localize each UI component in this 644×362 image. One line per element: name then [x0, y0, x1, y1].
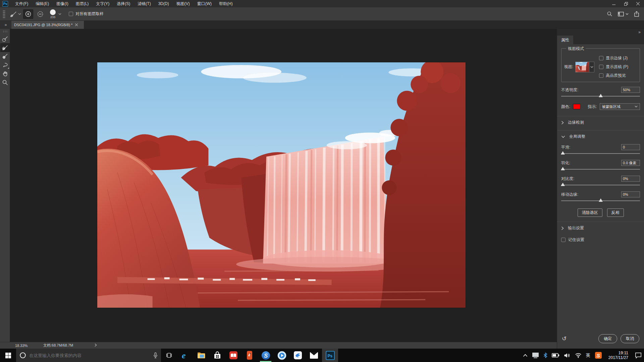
- invert-button[interactable]: 反相: [607, 208, 624, 217]
- remember-settings-checkbox[interactable]: [561, 238, 566, 242]
- taskbar-clock[interactable]: 19:11 2017/11/27: [606, 351, 630, 360]
- ok-button[interactable]: 确定: [598, 334, 617, 343]
- taskbar-browser-sphere[interactable]: [274, 349, 290, 362]
- photoshop-app-icon: Ps: [326, 351, 335, 360]
- sogou-input-icon[interactable]: S: [595, 352, 602, 359]
- menu-bar: Ps 文件(F) 编辑(E) 图像(I) 图层(L) 文字(Y) 选择(S) 滤…: [0, 0, 644, 7]
- app-logo[interactable]: Ps: [2, 1, 8, 7]
- contrast-slider[interactable]: [561, 183, 640, 187]
- view-dropdown-button[interactable]: [589, 62, 594, 72]
- tool-hand[interactable]: [0, 69, 10, 78]
- taskbar-store[interactable]: [209, 349, 225, 362]
- chevron-down-icon: [635, 106, 638, 108]
- taskbar-edge[interactable]: e: [177, 349, 193, 362]
- menu-3d[interactable]: 3D(D): [155, 0, 173, 7]
- share-icon[interactable]: [634, 11, 639, 17]
- show-edge-checkbox[interactable]: [599, 56, 603, 60]
- smooth-slider[interactable]: [561, 152, 640, 155]
- file-explorer-icon: [197, 351, 206, 359]
- language-indicator[interactable]: 英: [586, 352, 590, 358]
- feather-label: 羽化:: [561, 160, 570, 166]
- zoom-level-field[interactable]: 18.33%: [15, 344, 36, 348]
- speaker-icon[interactable]: [564, 353, 571, 358]
- microphone-icon[interactable]: [153, 352, 158, 359]
- tool-preset-button[interactable]: [9, 10, 21, 18]
- taskbar-photoshop[interactable]: Ps: [322, 349, 338, 362]
- windows-taskbar: e: [0, 349, 644, 362]
- menu-layer[interactable]: 图层(L): [72, 0, 93, 7]
- tools-expand-button[interactable]: »: [0, 21, 11, 29]
- reset-workspace-button[interactable]: ↺: [562, 335, 567, 342]
- menu-window[interactable]: 窗口(W): [194, 0, 215, 7]
- subtract-from-selection-button[interactable]: [35, 9, 45, 19]
- taskbar-search-box[interactable]: [16, 349, 161, 362]
- indicates-dropdown[interactable]: 被蒙版区域: [600, 103, 640, 110]
- start-button[interactable]: [0, 349, 16, 362]
- tab-close-button[interactable]: [75, 23, 78, 27]
- opacity-slider[interactable]: [561, 95, 640, 98]
- opacity-value[interactable]: 50%: [621, 87, 640, 93]
- task-view-button[interactable]: [161, 349, 177, 362]
- contrast-value[interactable]: 0%: [621, 176, 640, 182]
- view-mode-picker[interactable]: [575, 62, 594, 72]
- search-input[interactable]: [29, 353, 150, 358]
- brush-size-picker[interactable]: 233: [50, 9, 61, 19]
- tool-refine-edge-brush[interactable]: [0, 43, 10, 52]
- battery-icon[interactable]: [552, 353, 559, 358]
- tab-properties[interactable]: 属性: [557, 36, 573, 44]
- overlay-color-swatch[interactable]: [573, 104, 580, 109]
- menu-filter[interactable]: 滤镜(T): [134, 0, 154, 7]
- taskbar-mail[interactable]: [306, 349, 322, 362]
- menu-file[interactable]: 文件(F): [11, 0, 32, 7]
- taskbar-thunder[interactable]: [290, 349, 306, 362]
- menu-select[interactable]: 选择(S): [113, 0, 134, 7]
- chevron-down-icon: [58, 13, 61, 15]
- taskbar-sogou-browser[interactable]: S: [258, 349, 274, 362]
- taskbar-foxit-reader[interactable]: [241, 349, 258, 362]
- shift-edge-value[interactable]: 0%: [621, 191, 640, 197]
- global-refinements-section[interactable]: 全局调整: [557, 130, 644, 139]
- action-center-icon[interactable]: [635, 352, 642, 359]
- menu-edit[interactable]: 编辑(E): [32, 0, 53, 7]
- menu-type[interactable]: 文字(Y): [92, 0, 113, 7]
- document-tab[interactable]: DSC04191.JPG @ 18.3%(RGB/8) *: [11, 21, 84, 29]
- output-settings-label: 输出设置: [568, 225, 584, 231]
- wifi-icon[interactable]: [575, 353, 582, 358]
- close-button[interactable]: [632, 0, 644, 7]
- high-quality-preview-checkbox[interactable]: [599, 73, 603, 78]
- shift-edge-slider[interactable]: [561, 199, 640, 202]
- menu-help[interactable]: 帮助(H): [215, 0, 236, 7]
- output-settings-section[interactable]: 输出设置: [557, 222, 644, 231]
- tray-expand-icon[interactable]: [523, 354, 528, 357]
- feather-slider[interactable]: [561, 168, 640, 171]
- status-options-button[interactable]: [95, 343, 97, 348]
- taskbar-reader-app[interactable]: [225, 349, 241, 362]
- chevron-right-icon: [561, 121, 564, 125]
- menu-view[interactable]: 视图(V): [173, 0, 194, 7]
- sample-all-layers-checkbox[interactable]: [69, 12, 73, 16]
- feather-value[interactable]: 0.0 像素: [621, 160, 640, 166]
- add-to-selection-button[interactable]: [23, 9, 33, 19]
- edge-detection-section[interactable]: 边缘检测: [557, 116, 644, 125]
- taskbar-file-explorer[interactable]: [193, 349, 209, 362]
- tool-brush[interactable]: [0, 52, 10, 61]
- display-icon[interactable]: [532, 352, 539, 358]
- cancel-button[interactable]: 取消: [621, 334, 639, 343]
- canvas-image[interactable]: [97, 62, 466, 308]
- photoshop-window: Ps 文件(F) 编辑(E) 图像(I) 图层(L) 文字(Y) 选择(S) 滤…: [0, 0, 644, 362]
- workspace-switcher[interactable]: [618, 12, 629, 16]
- bluetooth-icon[interactable]: [543, 352, 547, 358]
- tool-quick-selection[interactable]: [0, 35, 10, 43]
- minimize-button[interactable]: [608, 0, 620, 7]
- search-icon[interactable]: [607, 11, 612, 17]
- show-original-checkbox[interactable]: [599, 65, 603, 69]
- tools-grip[interactable]: [3, 31, 7, 33]
- restore-button[interactable]: [620, 0, 632, 7]
- clear-selection-button[interactable]: 清除选区: [578, 208, 602, 217]
- tool-lasso[interactable]: [0, 61, 10, 69]
- options-grip[interactable]: [3, 10, 5, 18]
- tool-zoom[interactable]: [0, 78, 10, 87]
- smooth-value[interactable]: 0: [621, 144, 640, 150]
- panel-collapse-button[interactable]: »: [638, 30, 641, 35]
- menu-image[interactable]: 图像(I): [53, 0, 72, 7]
